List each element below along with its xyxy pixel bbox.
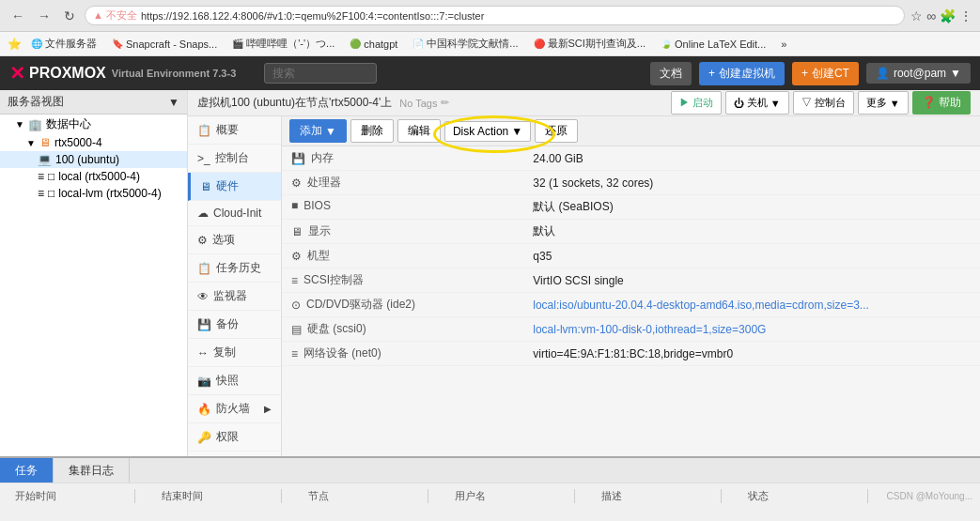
back-button[interactable]: ← <box>8 7 28 25</box>
scsi-icon: ≡ <box>291 274 298 287</box>
tree-item-datacenter[interactable]: ▼ 🏢 数据中心 <box>0 115 187 134</box>
tab-icon-cloud: ☁ <box>197 207 209 220</box>
bookmark-sci[interactable]: 🔴 最新SCI期刊查询及... <box>528 36 652 52</box>
reload-button[interactable]: ↻ <box>60 7 79 25</box>
more-button[interactable]: 更多 ▼ <box>858 91 909 115</box>
search-input[interactable] <box>264 63 377 84</box>
content-area: 虚拟机100 (ubuntu)在节点'rtx5000-4'上 No Tags ✏… <box>188 90 980 456</box>
cdrom-label: CD/DVD驱动器 (ide2) <box>306 297 415 313</box>
help-button[interactable]: ❓ 帮助 <box>912 91 971 115</box>
menu-btn[interactable]: ⋮ <box>959 8 972 23</box>
tab-tasks[interactable]: 📋 任务历史 <box>188 254 281 283</box>
create-vm-button[interactable]: + 创建虚拟机 <box>699 62 785 85</box>
add-button[interactable]: 添加 ▼ <box>289 119 347 143</box>
tab-cloud-init[interactable]: ☁ Cloud-Init <box>188 201 281 226</box>
tree-item-storage-local[interactable]: ≡ □ local (rtx5000-4) <box>0 168 187 185</box>
user-button[interactable]: 👤 root@pam ▼ <box>866 63 971 84</box>
hw-row-cdrom[interactable]: ⊙ CD/DVD驱动器 (ide2) local:iso/ubuntu-20.0… <box>282 293 980 317</box>
shutdown-dropdown-icon: ▼ <box>770 98 781 109</box>
forward-button[interactable]: → <box>34 7 54 25</box>
pve-logo: ✕ PROXMOX Virtual Environment 7.3-3 <box>9 62 236 84</box>
tree-item-node[interactable]: ▼ 🖥 rtx5000-4 <box>0 134 187 151</box>
machine-icon: ⚙ <box>291 250 302 263</box>
hw-row-memory[interactable]: 💾 内存 24.00 GiB <box>282 146 980 171</box>
bottom-tab-cluster[interactable]: 集群日志 <box>54 458 130 483</box>
hw-row-disk[interactable]: ▤ 硬盘 (scsi0) local-lvm:vm-100-disk-0,iot… <box>282 317 980 342</box>
footer-col-user: 用户名 <box>447 489 575 503</box>
profile-btn[interactable]: ∞ <box>926 8 936 23</box>
bookmarks-bar: ⭐ 🌐 文件服务器 🔖 Snapcraft - Snaps... 🎬 哔哩哔哩（… <box>0 32 980 56</box>
create-ct-button[interactable]: + 创建CT <box>792 62 859 85</box>
hw-row-machine[interactable]: ⚙ 机型 q35 <box>282 244 980 268</box>
tab-snapshots[interactable]: 📷 快照 <box>188 367 281 395</box>
bookmark-latex[interactable]: 🍃 Online LaTeX Edit... <box>655 38 771 51</box>
tab-icon-replicate: ↔ <box>197 346 209 360</box>
tab-replicate[interactable]: ↔ 复制 <box>188 339 281 367</box>
hw-row-net[interactable]: ≡ 网络设备 (net0) virtio=4E:9A:F1:81:BC:18,b… <box>282 342 980 366</box>
server-view-panel: 服务器视图 ▼ ▼ 🏢 数据中心 ▼ 🖥 rtx5000-4 💻 100 (ub… <box>0 90 188 456</box>
cpu-value: 32 (1 sockets, 32 cores) <box>523 171 980 195</box>
tab-icon-monitor: 👁 <box>197 290 209 303</box>
revert-button[interactable]: 还原 <box>535 119 578 143</box>
tab-monitor[interactable]: 👁 监视器 <box>188 283 281 311</box>
shutdown-button[interactable]: ⏻ 关机 ▼ <box>725 91 789 115</box>
bookmark-chatgpt[interactable]: 🟢 chatgpt <box>344 38 403 51</box>
console-button[interactable]: ▽ 控制台 <box>793 91 854 115</box>
hw-row-display[interactable]: 🖥 显示 默认 <box>282 220 980 244</box>
bottom-tab-tasks[interactable]: 任务 <box>0 458 54 483</box>
hw-row-scsi[interactable]: ≡ SCSI控制器 VirtIO SCSI single <box>282 268 980 293</box>
docs-button[interactable]: 文档 <box>650 62 692 85</box>
hw-row-cpu[interactable]: ⚙ 处理器 32 (1 sockets, 32 cores) <box>282 171 980 195</box>
tab-permissions[interactable]: 🔑 权限 <box>188 423 281 452</box>
bookmark-btn[interactable]: ☆ <box>910 8 923 23</box>
footer-col-end: 结束时间 <box>154 489 282 503</box>
more-dropdown-icon: ▼ <box>890 98 900 109</box>
net-value: virtio=4E:9A:F1:81:BC:18,bridge=vmbr0 <box>523 342 980 366</box>
bookmark-cas[interactable]: 📄 中国科学院文献情... <box>407 36 523 52</box>
watermark: CSDN @MoYoung... <box>887 491 973 501</box>
remove-button[interactable]: 删除 <box>350 119 394 143</box>
create-ct-icon: + <box>801 67 808 80</box>
bookmark-icon-4: 📄 <box>412 38 424 49</box>
hw-row-bios[interactable]: ■ BIOS 默认 (SeaBIOS) <box>282 195 980 220</box>
net-icon: ≡ <box>291 347 298 360</box>
tab-icon-permissions: 🔑 <box>197 431 211 444</box>
tab-backup[interactable]: 💾 备份 <box>188 311 281 339</box>
bookmark-more[interactable]: » <box>775 38 792 51</box>
tab-console[interactable]: >_ 控制台 <box>188 145 281 173</box>
pve-search[interactable] <box>264 63 377 84</box>
start-button[interactable]: ▶ 启动 <box>671 91 722 115</box>
disk-icon: ▤ <box>291 323 302 336</box>
disk-action-dropdown-icon: ▼ <box>511 125 522 138</box>
user-icon: 👤 <box>876 67 890 80</box>
tab-summary[interactable]: 📋 概要 <box>188 116 281 145</box>
cpu-label: 处理器 <box>307 175 341 191</box>
edit-button[interactable]: 编辑 <box>397 119 441 143</box>
bookmark-bilibili[interactable]: 🎬 哔哩哔哩（'-'）つ... <box>226 36 340 52</box>
bookmark-snapcraft[interactable]: 🔖 Snapcraft - Snaps... <box>106 38 223 51</box>
vm-actions: ▶ 启动 ⏻ 关机 ▼ ▽ 控制台 更多 ▼ ❓ 帮助 <box>671 91 971 115</box>
url-text: https://192.168.122.4:8006/#v1:0:=qemu%2… <box>141 10 896 22</box>
hw-scroll[interactable]: 💾 内存 24.00 GiB ⚙ 处理器 32 (1 socke <box>282 146 980 456</box>
extensions-btn[interactable]: 🧩 <box>940 8 956 23</box>
tree-item-storage-lvm[interactable]: ≡ □ local-lvm (rtx5000-4) <box>0 185 187 202</box>
cpu-icon: ⚙ <box>291 176 302 190</box>
tags-label: No Tags <box>399 98 437 109</box>
tab-hardware[interactable]: 🖥 硬件 <box>188 173 281 201</box>
expand-icon-node: ▼ <box>26 138 36 148</box>
tab-options[interactable]: ⚙ 选项 <box>188 226 281 254</box>
server-view-header: 服务器视图 ▼ <box>0 90 187 115</box>
server-view-dropdown[interactable]: ▼ <box>168 96 179 109</box>
hw-panel: 添加 ▼ 删除 编辑 Disk Action ▼ 还原 <box>282 116 980 456</box>
bookmark-icon-0: 🌐 <box>31 38 42 49</box>
tab-firewall[interactable]: 🔥 防火墙 ▶ <box>188 395 281 423</box>
expand-icon-datacenter: ▼ <box>15 119 24 130</box>
bios-value: 默认 (SeaBIOS) <box>523 195 980 220</box>
tree-item-vm[interactable]: 💻 100 (ubuntu) <box>0 151 187 168</box>
tags-edit-icon[interactable]: ✏ <box>441 97 449 109</box>
url-bar[interactable]: ▲ 不安全 https://192.168.122.4:8006/#v1:0:=… <box>85 6 905 25</box>
bookmark-file-server[interactable]: 🌐 文件服务器 <box>25 36 102 52</box>
storage-icon-1: ≡ <box>38 170 44 183</box>
disk-action-button[interactable]: Disk Action ▼ <box>444 121 531 142</box>
vm-header: 虚拟机100 (ubuntu)在节点'rtx5000-4'上 No Tags ✏… <box>188 90 980 116</box>
